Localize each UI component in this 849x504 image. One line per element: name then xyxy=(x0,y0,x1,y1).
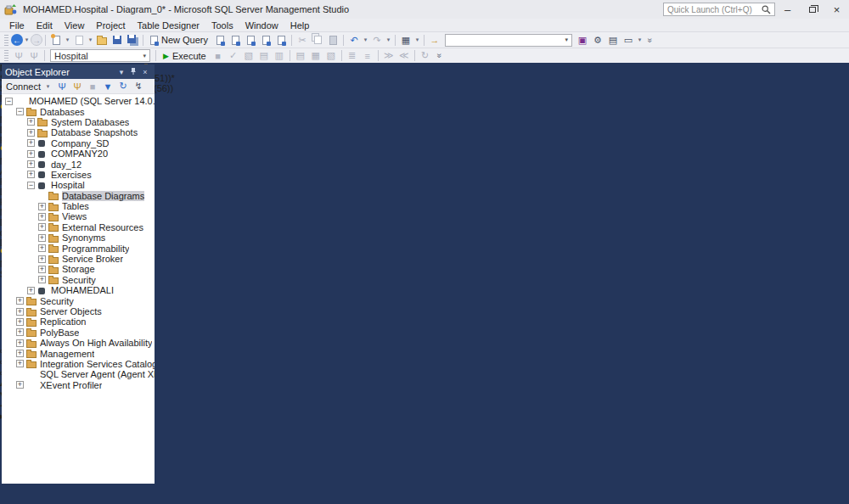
collapse-icon[interactable]: − xyxy=(5,98,13,105)
expand-icon[interactable]: + xyxy=(27,287,35,294)
mdx-query-icon[interactable] xyxy=(228,33,243,48)
pin-icon[interactable] xyxy=(127,67,139,77)
menu-tools[interactable]: Tools xyxy=(205,19,239,31)
navigate-backward-icon[interactable]: ← xyxy=(11,34,23,46)
connect-button[interactable]: Connect▾ xyxy=(3,79,54,93)
goto-icon[interactable]: → xyxy=(427,33,442,48)
menu-file[interactable]: File xyxy=(3,19,31,31)
menu-window[interactable]: Window xyxy=(239,19,284,31)
save-all-icon[interactable] xyxy=(125,33,140,48)
connect-icon[interactable]: Ψ xyxy=(11,48,26,63)
expand-icon[interactable]: + xyxy=(16,360,24,367)
uncomment-icon[interactable]: ≡ xyxy=(360,48,375,63)
tree-item-hospital[interactable]: −Hospital xyxy=(2,180,155,190)
tree-item-polybase[interactable]: +PolyBase xyxy=(2,328,155,338)
undo-icon[interactable]: ↶ xyxy=(346,33,362,48)
collapse-icon[interactable]: − xyxy=(16,108,24,115)
tree-item-views[interactable]: +Views xyxy=(2,211,155,221)
dropdown-caret-icon[interactable]: ▾ xyxy=(413,33,421,48)
toolbar-grip[interactable] xyxy=(4,50,8,61)
expand-icon[interactable]: + xyxy=(16,318,24,326)
dropdown-caret-icon[interactable]: ▾ xyxy=(64,33,71,48)
close-icon[interactable]: × xyxy=(139,68,151,76)
estimated-plan-icon[interactable]: ▧ xyxy=(241,48,256,63)
query-options-icon[interactable]: ▤ xyxy=(256,48,272,63)
tree-item-programmability[interactable]: +Programmability xyxy=(2,243,155,253)
save-icon[interactable] xyxy=(110,33,125,48)
expand-icon[interactable]: + xyxy=(16,328,24,336)
menu-view[interactable]: View xyxy=(59,19,91,31)
find-combo[interactable]: ▾ xyxy=(445,34,572,47)
expand-icon[interactable]: + xyxy=(27,118,35,126)
expand-icon[interactable]: + xyxy=(27,160,35,168)
dropdown-caret-icon[interactable]: ▾ xyxy=(636,33,644,48)
relation-line-medication-prescription[interactable] xyxy=(0,279,1,345)
dmx-query-icon[interactable] xyxy=(243,33,258,48)
menu-project[interactable]: Project xyxy=(90,19,131,31)
parse-query-icon[interactable]: ✓ xyxy=(226,48,241,63)
tree-item-system-databases[interactable]: +System Databases xyxy=(2,117,155,127)
dropdown-caret-icon[interactable]: ▾ xyxy=(87,33,94,48)
results-to-file-icon[interactable]: ▧ xyxy=(323,48,339,63)
paste-icon[interactable] xyxy=(325,33,340,48)
results-to-grid-icon[interactable]: ▦ xyxy=(308,48,323,63)
tree-item-exercises[interactable]: +Exercises xyxy=(2,170,155,180)
database-engine-query-icon[interactable] xyxy=(212,33,228,48)
dropdown-caret-icon[interactable]: ▾ xyxy=(23,33,31,48)
command-window-icon[interactable]: ▭ xyxy=(621,33,636,48)
copy-icon[interactable] xyxy=(310,33,325,48)
expand-icon[interactable]: + xyxy=(27,139,35,147)
execute-button[interactable]: ▶Execute xyxy=(159,48,211,63)
redo-icon[interactable]: ↷ xyxy=(369,33,385,48)
expand-icon[interactable]: + xyxy=(27,171,35,178)
change-connection-icon[interactable]: Ψ xyxy=(26,48,42,63)
tree-item-database-snapshots[interactable]: +Database Snapshots xyxy=(2,127,155,137)
open-file-icon[interactable] xyxy=(94,33,110,48)
new-project-icon[interactable] xyxy=(48,33,64,48)
tree-item-day-12[interactable]: +day_12 xyxy=(2,159,155,169)
tree-item-security[interactable]: +Security xyxy=(2,295,155,305)
tree-item-integration-services-cat[interactable]: +Integration Services Catalogs xyxy=(2,359,155,369)
expand-icon[interactable]: + xyxy=(38,213,46,221)
quick-launch-input[interactable]: Quick Launch (Ctrl+Q) xyxy=(663,3,775,16)
tree-item-security[interactable]: +Security xyxy=(2,275,155,285)
expand-icon[interactable]: + xyxy=(38,255,46,263)
tree-item-xevent-profiler[interactable]: +XEvent Profiler xyxy=(2,380,155,390)
tree-item-company-sd[interactable]: +Company_SD xyxy=(2,138,155,148)
tree-item-always-on-high-availabil[interactable]: +Always On High Availability xyxy=(2,338,155,348)
tree-item-service-broker[interactable]: +Service Broker xyxy=(2,254,155,264)
refresh-icon[interactable]: ↻ xyxy=(115,79,131,93)
tree-item-server-objects[interactable]: +Server Objects xyxy=(2,306,155,316)
toolbar-grip[interactable] xyxy=(4,35,8,46)
cancel-query-icon[interactable]: ■ xyxy=(211,48,226,63)
sqlcmd-query-icon[interactable] xyxy=(273,33,289,48)
expand-icon[interactable]: + xyxy=(38,203,46,210)
navigate-forward-icon[interactable]: → xyxy=(31,34,42,46)
window-position-icon[interactable]: ▾ xyxy=(115,68,127,76)
cut-icon[interactable]: ✂ xyxy=(295,33,310,48)
sqlcmd-mode-icon[interactable]: ↻ xyxy=(418,48,433,63)
toolbar-overflow-icon[interactable]: » xyxy=(434,50,443,62)
tree-item-mohamedali[interactable]: +MOHAMEDALI xyxy=(2,285,155,295)
tree-item-company20[interactable]: +COMPANY20 xyxy=(2,148,155,159)
expand-icon[interactable]: + xyxy=(16,308,24,316)
add-item-icon[interactable] xyxy=(71,33,87,48)
tree-item-management[interactable]: +Management xyxy=(2,348,155,358)
dropdown-caret-icon[interactable]: ▾ xyxy=(362,33,369,48)
expand-icon[interactable]: + xyxy=(27,150,35,158)
tree-item-external-resources[interactable]: +External Resources xyxy=(2,222,155,232)
menu-edit[interactable]: Edit xyxy=(31,19,59,31)
indent-icon[interactable]: ≫ xyxy=(381,48,396,63)
xmla-query-icon[interactable] xyxy=(258,33,273,48)
tree-item-database-diagrams[interactable]: Database Diagrams xyxy=(2,191,155,201)
expand-icon[interactable]: + xyxy=(38,276,46,283)
expand-icon[interactable]: + xyxy=(27,129,35,137)
tree-item-mohamed-sql-server-14-0[interactable]: −MOHAMED (SQL Server 14.0.2095.1 - MO xyxy=(2,96,155,106)
restore-button[interactable] xyxy=(800,0,824,19)
activity-monitor-icon[interactable]: ↯ xyxy=(131,79,146,93)
tree-item-tables[interactable]: +Tables xyxy=(2,201,155,211)
toolbox-icon[interactable]: ▤ xyxy=(605,33,621,48)
comment-icon[interactable]: ≣ xyxy=(345,48,360,63)
connect-server-icon[interactable]: Ψ xyxy=(54,79,70,93)
expand-icon[interactable]: + xyxy=(38,244,46,252)
